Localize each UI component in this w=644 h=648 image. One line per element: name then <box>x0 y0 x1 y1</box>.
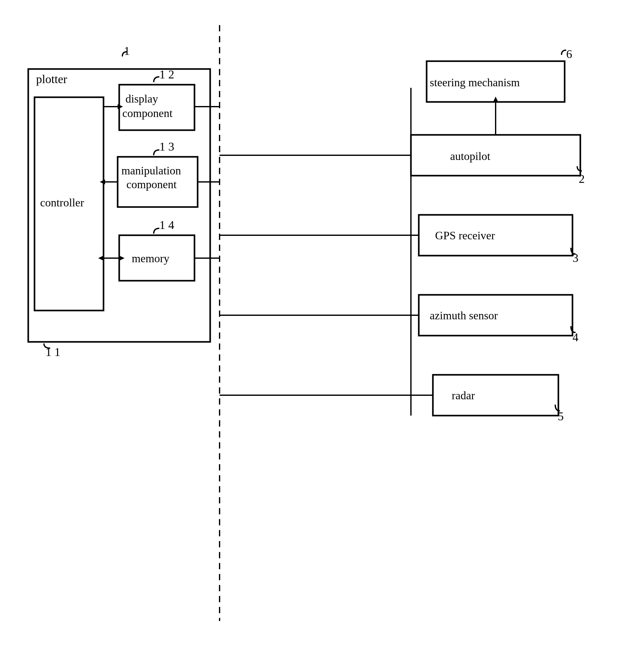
gps-label: GPS receiver <box>435 229 495 242</box>
radar-label: radar <box>452 389 475 402</box>
memory-id: 1 4 <box>159 218 174 232</box>
svg-marker-11 <box>119 256 124 261</box>
steering-label: steering mechanism <box>430 76 520 89</box>
manip-label-2: component <box>126 178 177 191</box>
diagram: plotter 1 controller display component 1… <box>0 0 644 648</box>
plotter-id: 1 <box>124 44 130 58</box>
memory-label: memory <box>132 252 169 265</box>
display-label-1: display <box>125 92 158 105</box>
svg-marker-9 <box>100 179 105 184</box>
azimuth-id: 4 <box>573 330 579 344</box>
steering-id: 6 <box>566 47 572 61</box>
manip-label-1: manipulation <box>121 164 181 177</box>
plotter-label: plotter <box>36 72 67 86</box>
autopilot-label: autopilot <box>450 150 490 163</box>
manip-id: 1 3 <box>159 140 174 153</box>
svg-rect-17 <box>411 135 580 176</box>
gps-id: 3 <box>573 251 579 265</box>
display-label-2: component <box>122 107 172 120</box>
radar-id: 5 <box>558 409 564 423</box>
controller-id: 1 1 <box>46 345 60 359</box>
display-id: 1 2 <box>159 67 174 81</box>
svg-marker-29 <box>493 97 498 102</box>
svg-marker-12 <box>98 256 104 261</box>
azimuth-label: azimuth sensor <box>430 309 498 322</box>
controller-label: controller <box>40 196 84 209</box>
autopilot-id: 2 <box>579 172 585 186</box>
